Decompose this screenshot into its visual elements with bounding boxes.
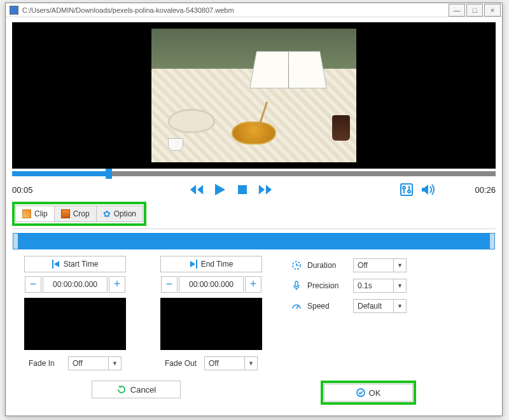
chevron-down-icon[interactable]: ▼ bbox=[108, 357, 121, 370]
clip-icon bbox=[22, 209, 31, 218]
end-column: End Time − + Fade Out Off ▼ bbox=[151, 256, 272, 377]
seek-back-button[interactable] bbox=[189, 182, 204, 197]
chevron-down-icon[interactable]: ▼ bbox=[393, 259, 406, 272]
fade-out-label: Fade Out bbox=[165, 359, 199, 368]
svg-rect-1 bbox=[401, 184, 412, 195]
cancel-button[interactable]: Cancel bbox=[92, 381, 181, 398]
app-window: C:/Users/ADMIN/Downloads/pexels-polina-k… bbox=[5, 3, 503, 416]
svg-rect-0 bbox=[238, 185, 247, 194]
duration-value: Off bbox=[354, 261, 393, 270]
mic-icon bbox=[291, 280, 302, 291]
titlebar: C:/Users/ADMIN/Downloads/pexels-polina-k… bbox=[6, 3, 502, 17]
speed-icon bbox=[291, 300, 302, 312]
stop-button[interactable] bbox=[235, 182, 250, 197]
fade-out-value: Off bbox=[205, 359, 244, 368]
chevron-down-icon[interactable]: ▼ bbox=[393, 300, 406, 312]
start-time-button[interactable]: Start Time bbox=[24, 256, 126, 272]
speed-select[interactable]: Default ▼ bbox=[353, 299, 407, 313]
tab-option[interactable]: ✿ Option bbox=[97, 206, 143, 222]
settings-icon[interactable] bbox=[399, 182, 414, 197]
clip-panel: Start Time − + Fade In Off ▼ bbox=[12, 228, 496, 410]
footer: Cancel OK bbox=[12, 381, 496, 410]
fade-in-label: Fade In bbox=[29, 359, 63, 368]
video-frame bbox=[151, 29, 356, 162]
fade-in-select[interactable]: Off ▼ bbox=[68, 356, 122, 370]
ok-highlight: OK bbox=[321, 381, 416, 405]
app-icon bbox=[10, 6, 18, 15]
tabs-highlight: Clip Crop ✿ Option bbox=[12, 202, 146, 226]
precision-value: 0.1s bbox=[354, 281, 393, 290]
video-preview bbox=[12, 22, 496, 169]
end-thumbnail bbox=[160, 298, 262, 350]
seek-forward-button[interactable] bbox=[258, 182, 273, 197]
svg-point-5 bbox=[408, 190, 410, 193]
close-button[interactable]: × bbox=[484, 4, 501, 17]
start-time-input[interactable] bbox=[43, 276, 108, 293]
cancel-label: Cancel bbox=[130, 385, 156, 395]
start-time-decrement[interactable]: − bbox=[25, 276, 41, 293]
end-time-input[interactable] bbox=[179, 276, 244, 293]
progress-slider[interactable] bbox=[12, 171, 496, 176]
gear-icon: ✿ bbox=[103, 209, 111, 218]
tab-clip[interactable]: Clip bbox=[15, 206, 55, 222]
duration-label: Duration bbox=[307, 261, 348, 270]
ok-label: OK bbox=[369, 388, 381, 398]
transport-bar: 00:05 bbox=[12, 179, 496, 200]
maximize-button[interactable]: □ bbox=[466, 4, 483, 17]
clip-timeline[interactable] bbox=[13, 233, 494, 249]
precision-select[interactable]: 0.1s ▼ bbox=[353, 279, 407, 293]
volume-icon[interactable] bbox=[421, 182, 436, 197]
tab-crop[interactable]: Crop bbox=[55, 206, 97, 222]
tab-crop-label: Crop bbox=[73, 209, 90, 218]
start-thumbnail bbox=[24, 298, 126, 350]
play-button[interactable] bbox=[212, 182, 227, 197]
minimize-button[interactable]: — bbox=[449, 4, 465, 17]
current-time: 00:05 bbox=[12, 185, 63, 195]
svg-point-3 bbox=[403, 186, 405, 189]
chevron-down-icon[interactable]: ▼ bbox=[244, 357, 257, 370]
start-time-increment[interactable]: + bbox=[109, 276, 125, 293]
speed-label: Speed bbox=[307, 302, 348, 311]
precision-label: Precision bbox=[307, 281, 348, 290]
options-column: Duration Off ▼ Precision 0.1s ▼ bbox=[287, 256, 493, 377]
svg-rect-7 bbox=[196, 260, 197, 269]
ok-button[interactable]: OK bbox=[324, 384, 413, 402]
tab-option-label: Option bbox=[114, 209, 136, 218]
window-title: C:/Users/ADMIN/Downloads/pexels-polina-k… bbox=[22, 6, 447, 14]
duration-select[interactable]: Off ▼ bbox=[353, 258, 407, 272]
start-column: Start Time − + Fade In Off ▼ bbox=[15, 256, 136, 377]
end-time-increment[interactable]: + bbox=[245, 276, 261, 293]
svg-rect-9 bbox=[295, 281, 298, 286]
start-time-label: Start Time bbox=[64, 260, 99, 269]
end-time-decrement[interactable]: − bbox=[161, 276, 178, 293]
fade-in-value: Off bbox=[69, 359, 108, 368]
chevron-down-icon[interactable]: ▼ bbox=[393, 279, 406, 292]
end-time-label: End Time bbox=[201, 260, 234, 269]
clock-icon bbox=[291, 260, 302, 271]
crop-icon bbox=[61, 209, 70, 218]
end-time-button[interactable]: End Time bbox=[160, 256, 262, 272]
progress-handle[interactable] bbox=[106, 169, 112, 179]
svg-rect-6 bbox=[52, 260, 53, 269]
speed-value: Default bbox=[354, 302, 393, 311]
fade-out-select[interactable]: Off ▼ bbox=[204, 356, 258, 370]
total-time: 00:26 bbox=[445, 185, 496, 195]
tab-clip-label: Clip bbox=[34, 209, 48, 218]
